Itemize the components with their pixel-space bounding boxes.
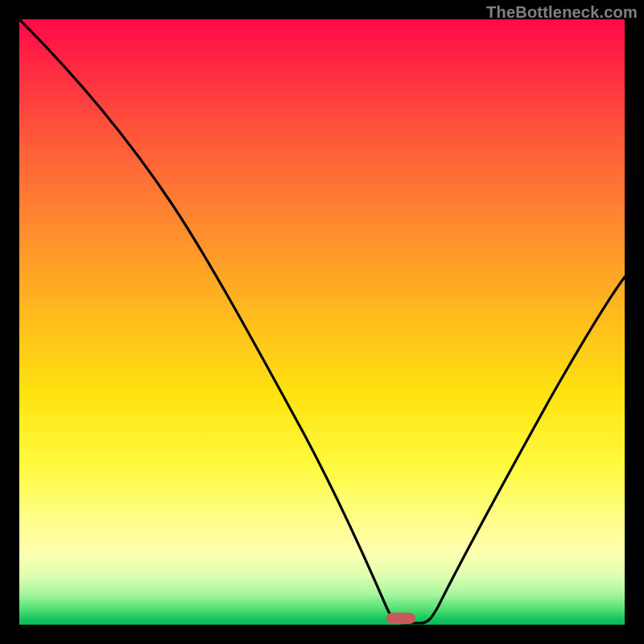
optimal-marker xyxy=(386,613,415,624)
plot-area xyxy=(19,19,625,625)
watermark-text: TheBottleneck.com xyxy=(486,3,638,22)
curve-path xyxy=(19,19,625,623)
chart-frame: TheBottleneck.com xyxy=(0,0,644,644)
bottleneck-curve xyxy=(19,19,625,625)
